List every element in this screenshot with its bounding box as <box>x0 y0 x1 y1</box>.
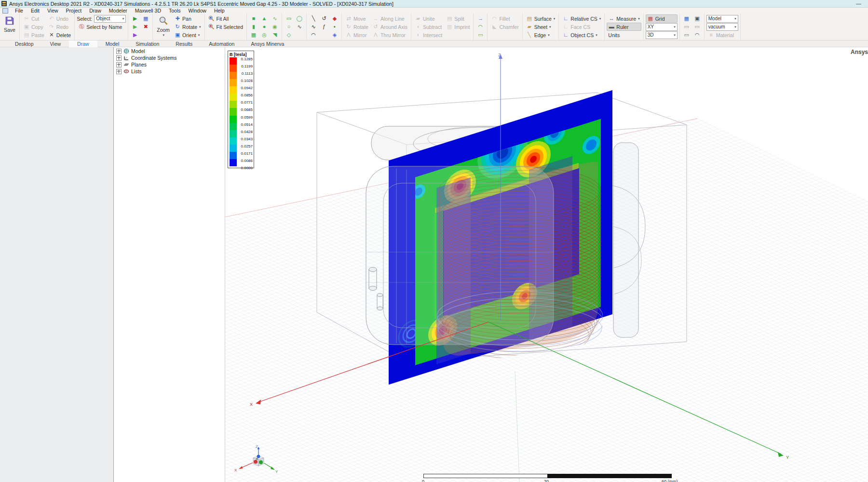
select-tool-clear-button[interactable]: ✖ <box>141 23 150 31</box>
draw-polyline-button[interactable]: ∿ <box>295 23 304 31</box>
delete-button[interactable]: ✕Delete <box>47 31 72 39</box>
edge-dropdown-caret[interactable]: ▾ <box>548 33 550 37</box>
subtract-button[interactable]: ◖Subtract <box>413 23 444 31</box>
rotate-button[interactable]: ↻Rotate▾ <box>173 23 202 31</box>
orient-button[interactable]: ▣Orient▾ <box>173 31 202 39</box>
units-button[interactable]: Units <box>607 31 641 39</box>
edge-button[interactable]: ╲Edge▾ <box>525 31 557 39</box>
menu-item-project[interactable]: Project <box>62 8 86 13</box>
select-by-name-button[interactable]: ⓈSelect by Name <box>77 23 126 31</box>
measure-dropdown-caret[interactable]: ▾ <box>638 17 640 21</box>
menu-item-file[interactable]: File <box>11 8 27 13</box>
select-mode-combo[interactable]: Object▾ <box>94 15 126 23</box>
surface-button[interactable]: ▤Surface▾ <box>525 14 557 23</box>
intersect-button[interactable]: ◗Intersect <box>413 31 444 39</box>
plane-yz-button[interactable]: ▭ <box>682 31 692 39</box>
draw-helix-button[interactable]: ∿ <box>270 14 280 23</box>
draw-ellipse-button[interactable]: ◯ <box>295 14 304 23</box>
sheet-dropdown-caret[interactable]: ▾ <box>549 25 551 29</box>
draw-sphere-button[interactable]: ● <box>259 23 269 31</box>
draw-torus-button[interactable]: ◎ <box>259 31 269 39</box>
rotate-object-button[interactable]: ↻Rotate <box>344 23 370 31</box>
material-button[interactable]: ≡Material <box>706 31 738 39</box>
menu-item-edit[interactable]: Edit <box>27 8 43 13</box>
orient-dropdown-caret[interactable]: ▾ <box>198 33 200 37</box>
tree-item-planes[interactable]: Planes <box>116 62 225 67</box>
zoom-button[interactable]: Zoom▾ <box>155 14 172 40</box>
fit-selected-button[interactable]: Fit Selected <box>207 23 244 31</box>
tree-item-coordinate-systems[interactable]: Coordinate Systems <box>116 55 225 61</box>
grid-mode-combo[interactable]: 3D▾ <box>646 31 678 39</box>
draw-cone-button[interactable]: ▲ <box>259 14 269 23</box>
tab-desktop[interactable]: Desktop <box>7 40 42 47</box>
menu-item-view[interactable]: View <box>43 8 62 13</box>
draw-line-button[interactable]: ╲ <box>309 14 318 23</box>
select-tool-screen-button[interactable]: ▦ <box>141 14 150 23</box>
measure-button[interactable]: ↔Measure▾ <box>607 14 641 23</box>
thru-mirror-button[interactable]: ΛThru Mirror <box>371 31 409 39</box>
tab-draw[interactable]: Draw <box>69 40 97 47</box>
expand-icon[interactable] <box>116 62 122 67</box>
around-axis-button[interactable]: ↺Around Axis <box>371 23 409 31</box>
arc-tool-button[interactable]: ◠ <box>692 31 702 39</box>
paste-button[interactable]: ▤Paste <box>22 31 46 39</box>
copy-button[interactable]: ▣Copy <box>22 23 46 31</box>
mirror-button[interactable]: ΛMirror <box>344 31 370 39</box>
relative-cs-dropdown-caret[interactable]: ▾ <box>599 17 601 21</box>
draw-cylinder-button[interactable]: ▮ <box>249 23 258 31</box>
material-select-combo[interactable]: vacuum▾ <box>706 23 738 31</box>
cut-button[interactable]: ✂Cut <box>22 14 46 23</box>
tab-ansys-minerva[interactable]: Ansys Minerva <box>243 40 292 47</box>
draw-circle-button[interactable]: ○ <box>284 23 294 31</box>
draw-sweep-button[interactable]: ◥ <box>270 31 280 39</box>
draw-polyhedron-button[interactable]: ◆ <box>330 14 339 23</box>
menu-item-maxwell-3d[interactable]: Maxwell 3D <box>131 8 165 13</box>
face-cs-button[interactable]: ∟Face CS <box>561 23 602 31</box>
pan-button[interactable]: ✚Pan <box>173 14 202 23</box>
tab-view[interactable]: View <box>42 40 69 47</box>
select-tool-multi-button[interactable]: ▶ <box>130 31 140 39</box>
modeler-3d-viewport[interactable]: Z X Y Z X Y <box>225 47 868 482</box>
grid-button[interactable]: ▦Grid <box>646 14 678 23</box>
tab-results[interactable]: Results <box>167 40 201 47</box>
draw-rectangle-button[interactable]: ▭ <box>284 14 294 23</box>
expand-icon[interactable] <box>116 49 122 54</box>
imprint-button[interactable]: ▥Imprint <box>445 23 471 31</box>
move-button[interactable]: ⇄Move <box>344 14 370 23</box>
select-tool-faces-button[interactable]: ▶ <box>130 23 140 31</box>
menu-item-tools[interactable]: Tools <box>165 8 185 13</box>
draw-equation-curve-button[interactable]: ƒ <box>319 23 329 31</box>
object-cs-dropdown-caret[interactable]: ▾ <box>596 33 597 37</box>
select-tool-objects-button[interactable]: ▶ <box>130 14 140 23</box>
draw-box-button[interactable]: ■ <box>249 14 258 23</box>
tree-item-lists[interactable]: Lists <box>116 68 225 74</box>
menu-item-modeler[interactable]: Modeler <box>105 8 131 13</box>
expand-icon[interactable] <box>116 69 122 74</box>
menu-item-help[interactable]: Help <box>210 8 229 13</box>
model-mode-combo[interactable]: Model▾ <box>706 15 738 23</box>
draw-plane-button[interactable]: ◈ <box>330 31 339 39</box>
tab-simulation[interactable]: Simulation <box>127 40 167 47</box>
draw-point-button[interactable]: ▪ <box>330 23 339 31</box>
along-line-button[interactable]: →Along Line <box>371 14 409 23</box>
menu-item-draw[interactable]: Draw <box>85 8 105 13</box>
draw-polygon-button[interactable]: ◇ <box>284 31 294 39</box>
tab-automation[interactable]: Automation <box>201 40 243 47</box>
relative-cs-button[interactable]: ∟Relative CS▾ <box>561 14 602 23</box>
redo-button[interactable]: ↷Redo <box>47 23 72 31</box>
menu-item-window[interactable]: Window <box>185 8 210 13</box>
undo-button[interactable]: ↶Undo <box>47 14 72 23</box>
ruler-button[interactable]: ▬Ruler <box>607 23 641 31</box>
view-tool-arch-button[interactable]: ◠ <box>475 23 485 31</box>
split-button[interactable]: ▤Split <box>445 14 471 23</box>
expand-icon[interactable] <box>116 55 122 61</box>
rotate-dropdown-caret[interactable]: ▾ <box>199 25 201 29</box>
chamfer-button[interactable]: ◣Chamfer <box>489 23 520 31</box>
save-button[interactable]: Save <box>2 14 17 40</box>
draw-spline-button[interactable]: ∿ <box>309 23 318 31</box>
fillet-button[interactable]: ◠Fillet <box>489 14 520 23</box>
snap-grid-button[interactable]: ▦ <box>682 14 692 23</box>
unite-button[interactable]: ▰Unite <box>413 14 444 23</box>
draw-cuboid-button[interactable]: ▦ <box>249 31 258 39</box>
view-tool-arrow-button[interactable]: → <box>475 14 485 23</box>
